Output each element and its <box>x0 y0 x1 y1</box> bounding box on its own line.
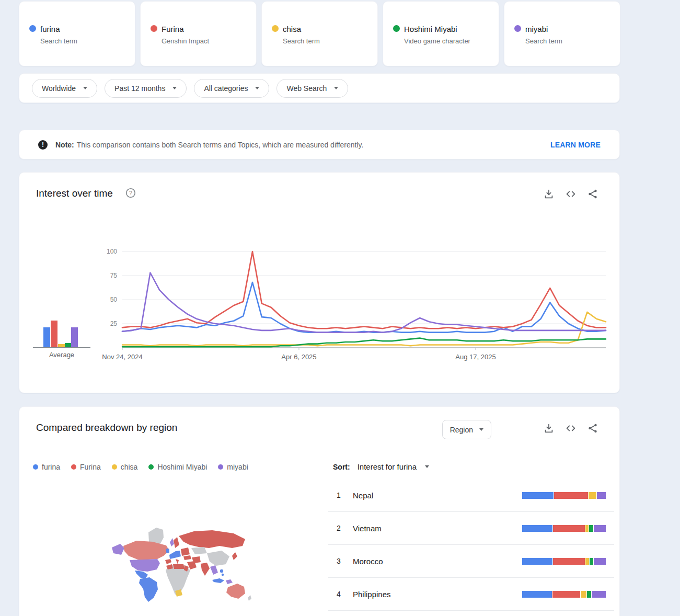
region-row-philippines[interactable]: 4 Philippines <box>328 578 614 611</box>
bar-segment-blue <box>522 558 552 565</box>
average-label: Average <box>33 351 90 359</box>
svg-text:50: 50 <box>110 296 118 303</box>
bar-segment-blue <box>522 591 552 598</box>
map-south-america <box>139 577 158 602</box>
series-color-dot <box>112 464 117 470</box>
series-color-dot <box>393 25 400 32</box>
share-icon[interactable] <box>587 188 598 200</box>
region-row-nepal[interactable]: 1 Nepal <box>328 479 614 512</box>
sort-dropdown[interactable]: Interest for furina <box>358 462 429 471</box>
map-france-germany <box>169 551 181 559</box>
svg-text:75: 75 <box>110 272 118 279</box>
map-new-zealand <box>248 595 251 601</box>
time-filter-value: Past 12 months <box>114 84 165 93</box>
map-central-asia <box>191 547 207 554</box>
bar-segment-yellow <box>585 558 590 565</box>
search-type-filter-dropdown[interactable]: Web Search <box>276 79 348 98</box>
region-rank: 2 <box>337 524 353 532</box>
term-label: furina <box>40 25 60 33</box>
interest-over-time-line-chart: 255075100Nov 24, 2024Apr 6, 2025Aug 17, … <box>87 246 615 371</box>
sort-row: Sort: Interest for furina <box>333 462 429 471</box>
legend-item-miyabi: miyabi <box>218 463 248 471</box>
sort-value: Interest for furina <box>358 462 417 471</box>
map-sweden-finland <box>174 537 179 548</box>
embed-icon[interactable] <box>565 423 577 434</box>
legend-label: miyabi <box>227 463 248 471</box>
series-color-dot <box>514 25 521 32</box>
region-share-bar <box>522 591 606 598</box>
region-name: Nepal <box>353 491 522 500</box>
map-indochina <box>210 565 218 575</box>
legend-item-furina-topic: Furina <box>71 463 101 471</box>
bar-segment-yellow <box>589 492 596 499</box>
svg-text:25: 25 <box>110 320 118 327</box>
bar-segment-yellow <box>581 591 586 598</box>
legend-label: chisa <box>121 463 138 471</box>
info-icon <box>38 140 48 150</box>
map-philippines-south <box>222 574 224 576</box>
region-share-bar <box>522 492 606 499</box>
region-filter-dropdown[interactable]: Worldwide <box>32 79 97 98</box>
term-type: Search term <box>283 37 320 45</box>
world-choropleth-map[interactable] <box>108 516 264 615</box>
svg-text:Nov 24, 2024: Nov 24, 2024 <box>102 353 142 361</box>
map-uk <box>166 549 169 553</box>
section-title: Compared breakdown by region <box>36 422 177 434</box>
time-filter-dropdown[interactable]: Past 12 months <box>105 79 187 98</box>
learn-more-link[interactable]: LEARN MORE <box>550 141 601 149</box>
term-card-chisa[interactable]: chisa Search term <box>261 1 378 66</box>
term-type: Video game character <box>404 37 470 45</box>
map-turkey <box>183 555 191 560</box>
google-trends-compare-page: furina Search term Furina Genshin Impact… <box>0 0 680 616</box>
map-indonesia-east <box>226 579 233 584</box>
term-card-hoshimi-miyabi[interactable]: Hoshimi Miyabi Video game character <box>383 1 499 66</box>
section-title: Interest over time <box>36 188 113 199</box>
download-icon[interactable] <box>543 423 555 434</box>
note-text: This comparison contains both Search ter… <box>77 141 364 149</box>
bar-segment-green <box>587 591 591 598</box>
map-alaska <box>112 544 124 555</box>
region-level-dropdown[interactable]: Region <box>442 420 491 439</box>
term-card-miyabi[interactable]: miyabi Search term <box>504 1 620 66</box>
term-label: Furina <box>162 25 184 33</box>
map-norway <box>170 538 174 546</box>
region-row-morocco[interactable]: 3 Morocco <box>328 545 614 578</box>
term-card-furina-topic[interactable]: Furina Genshin Impact <box>140 1 257 66</box>
bar-segment-red <box>554 492 588 499</box>
chevron-down-icon <box>255 87 259 89</box>
legend-label: Hoshimi Miyabi <box>157 463 207 471</box>
bar-segment-purple <box>594 558 606 565</box>
region-rank-list: 1 Nepal 2 Vietnam 3 Morocco 4 Philippine… <box>328 479 614 611</box>
category-filter-dropdown[interactable]: All categories <box>194 79 269 98</box>
sort-label: Sort: <box>333 463 350 471</box>
bar-segment-green <box>590 558 593 565</box>
legend-label: furina <box>42 463 60 471</box>
map-australia <box>226 584 245 599</box>
share-icon[interactable] <box>587 423 598 434</box>
chevron-down-icon <box>172 87 177 89</box>
svg-text:Aug 17, 2025: Aug 17, 2025 <box>455 353 495 361</box>
svg-text:Apr 6, 2025: Apr 6, 2025 <box>281 353 316 361</box>
legend-item-furina: furina <box>33 463 60 471</box>
term-type: Search term <box>525 37 562 45</box>
series-color-dot <box>272 25 279 32</box>
series-color-dot <box>151 25 157 32</box>
chevron-down-icon <box>334 87 338 89</box>
help-icon[interactable]: ? <box>125 187 136 199</box>
average-bar <box>51 321 57 348</box>
map-china <box>207 551 229 566</box>
interest-over-time-card: Interest over time ? Average 255075100No… <box>19 172 620 393</box>
download-icon[interactable] <box>543 188 555 200</box>
term-card-furina[interactable]: furina Search term <box>19 1 135 66</box>
embed-icon[interactable] <box>565 188 577 200</box>
map-mexico <box>135 571 148 579</box>
region-rank: 1 <box>337 491 353 499</box>
bar-segment-blue <box>522 525 552 532</box>
region-name: Vietnam <box>353 524 522 533</box>
bar-segment-blue <box>522 492 554 499</box>
term-type: Search term <box>40 37 77 45</box>
bar-segment-yellow <box>585 525 589 532</box>
region-level-value: Region <box>450 426 473 434</box>
region-name: Philippines <box>353 590 522 599</box>
region-row-vietnam[interactable]: 2 Vietnam <box>328 512 614 545</box>
